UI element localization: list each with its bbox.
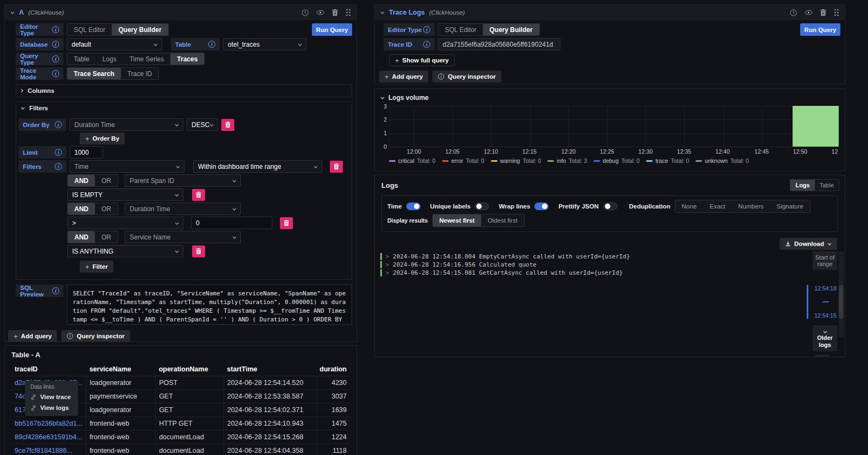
bool-or[interactable]: OR <box>95 175 118 186</box>
col-header-servicename[interactable]: serviceName <box>86 363 156 376</box>
tab-sql-editor[interactable]: SQL Editor <box>438 24 483 35</box>
bool-or[interactable]: OR <box>95 231 118 243</box>
prettify-json-toggle[interactable] <box>603 203 617 210</box>
remove-filter2-button[interactable] <box>280 217 293 229</box>
scroll-to-top-button[interactable]: ↑ <box>815 355 829 357</box>
order-by-field-select[interactable]: Duration Time <box>69 118 183 131</box>
trash-icon[interactable] <box>820 9 826 16</box>
query-inspector-button[interactable]: Query inspector <box>432 71 501 83</box>
filters-section: Filters Order Byi Duration Time DESC +Or… <box>16 102 352 280</box>
table-select[interactable]: otel_traces <box>223 38 307 50</box>
filter3-operator-select[interactable]: IS ANYTHING <box>67 245 183 257</box>
panel-trace-logs-header[interactable]: Trace Logs (ClickHouse) <box>375 5 845 20</box>
log-row[interactable]: >2024-06-28 12:54:18.004 EmptyCartAsync … <box>380 252 630 261</box>
trace-id-input[interactable]: d2a7155ef6a928a05680e5ff6190241d <box>438 38 560 50</box>
order-by-direction-select[interactable]: DESC <box>187 118 218 131</box>
bool-and[interactable]: AND <box>68 203 95 214</box>
filter2-value-input[interactable]: 0 <box>191 217 272 229</box>
older-logs-button[interactable]: Older logs <box>813 325 837 351</box>
logs-volume-header[interactable]: Logs volume <box>375 89 845 103</box>
dedup-signature[interactable]: Signature <box>770 200 809 212</box>
legend-item[interactable]: criticalTotal: 0 <box>389 157 436 164</box>
col-header-operationname[interactable]: operationName <box>156 363 224 376</box>
drag-handle-icon[interactable] <box>346 9 351 16</box>
filter1-operator-select[interactable]: IS EMPTY <box>67 188 183 201</box>
tab-sql-editor[interactable]: SQL Editor <box>67 24 112 35</box>
time-filter-value-select[interactable]: Within dashboard time range <box>193 160 322 173</box>
view-logs-menu-item[interactable]: View logs <box>25 402 78 413</box>
remove-order-by-button[interactable] <box>221 119 234 131</box>
col-header-duration[interactable]: duration <box>316 363 350 376</box>
filter3-bool-switch: ANDOR <box>67 231 118 243</box>
filter3-field-select[interactable]: Service Name <box>125 231 241 243</box>
bool-and[interactable]: AND <box>68 231 95 243</box>
remove-filter1-button[interactable] <box>192 189 205 201</box>
order-oldest-first[interactable]: Oldest first <box>481 214 524 226</box>
tab-query-builder[interactable]: Query Builder <box>483 24 539 35</box>
wrap-lines-toggle[interactable] <box>534 203 548 210</box>
query-type-traces[interactable]: Traces <box>170 53 204 65</box>
filter2-operator-select[interactable]: > <box>67 217 183 229</box>
chevron-down-icon <box>175 222 179 225</box>
history-icon[interactable] <box>302 9 309 16</box>
filter1-field-select[interactable]: Parent Span ID <box>125 174 241 187</box>
log-row[interactable]: >2024-06-28 12:54:16.956 Calculated quot… <box>380 261 630 269</box>
legend-item[interactable]: debugTotal: 0 <box>593 157 640 164</box>
col-header-traceid[interactable]: traceID <box>11 363 86 376</box>
add-filter-button[interactable]: +Filter <box>80 261 113 273</box>
scrollbar-thumb[interactable] <box>839 285 844 319</box>
dedup-exact[interactable]: Exact <box>703 200 732 212</box>
dedup-none[interactable]: None <box>675 200 704 212</box>
run-query-button[interactable]: Run Query <box>800 23 840 36</box>
run-query-button[interactable]: Run Query <box>312 23 352 36</box>
logs-view-logs[interactable]: Logs <box>790 180 814 191</box>
columns-section-toggle[interactable]: Columns <box>16 85 352 97</box>
time-toggle[interactable] <box>406 203 420 210</box>
tab-query-builder[interactable]: Query Builder <box>112 24 168 35</box>
log-row[interactable]: >2024-06-28 12:54:15.081 GetCartAsync ca… <box>380 269 630 277</box>
logs-view-table[interactable]: Table <box>815 180 839 191</box>
legend-item[interactable]: errorTotal: 0 <box>442 157 484 164</box>
filters-section-toggle[interactable]: Filters <box>16 102 352 114</box>
view-trace-menu-item[interactable]: View trace <box>25 391 78 402</box>
add-query-button[interactable]: +Add query <box>8 330 57 342</box>
order-newest-first[interactable]: Newest first <box>433 214 481 226</box>
database-select[interactable]: default <box>67 38 162 50</box>
time-filter-field-select[interactable]: Time <box>69 160 184 173</box>
col-header-starttime[interactable]: startTime <box>224 363 316 376</box>
eye-icon[interactable] <box>316 10 324 15</box>
bool-or[interactable]: OR <box>95 203 118 214</box>
dedup-numbers[interactable]: Numbers <box>732 200 770 212</box>
unique-labels-toggle[interactable] <box>475 203 489 210</box>
query-type-logs[interactable]: Logs <box>96 53 123 65</box>
legend-item[interactable]: traceTotal: 0 <box>646 157 689 164</box>
trace-link[interactable]: 89cf4286e631591b4... <box>15 433 82 441</box>
legend-item[interactable]: infoTotal: 3 <box>547 157 587 164</box>
trace-mode-search[interactable]: Trace Search <box>67 68 121 79</box>
filter2-field-select[interactable]: Duration Time <box>125 203 241 215</box>
trace-link[interactable]: bb5167b236bfa82d1... <box>15 420 82 427</box>
panel-a-header[interactable]: A (ClickHouse) <box>5 5 356 20</box>
info-icon: i <box>52 55 59 62</box>
trace-mode-id[interactable]: Trace ID <box>121 68 159 79</box>
legend-item[interactable]: unknownTotal: 0 <box>695 157 749 164</box>
trash-icon[interactable] <box>332 9 338 16</box>
add-query-button[interactable]: +Add query <box>379 71 428 83</box>
info-logs-bar[interactable] <box>793 106 839 147</box>
bool-and[interactable]: AND <box>68 175 95 186</box>
trace-link[interactable]: 9ce7fcf81841886... <box>15 447 72 454</box>
history-icon[interactable] <box>790 9 797 16</box>
show-full-query-button[interactable]: +Show full query <box>389 54 455 66</box>
query-inspector-button[interactable]: Query inspector <box>61 330 130 342</box>
download-button[interactable]: Download <box>780 238 837 250</box>
remove-filter3-button[interactable] <box>192 245 205 257</box>
limit-input[interactable]: 1000 <box>69 146 103 159</box>
eye-icon[interactable] <box>805 10 813 15</box>
query-type-time-series[interactable]: Time Series <box>123 53 171 65</box>
legend-item[interactable]: warningTotal: 0 <box>491 157 541 164</box>
log-minimap-scrollbar[interactable] <box>839 251 844 337</box>
remove-time-filter-button[interactable] <box>330 161 343 173</box>
drag-handle-icon[interactable] <box>834 9 839 16</box>
add-order-by-button[interactable]: +Order By <box>80 132 125 144</box>
query-type-table[interactable]: Table <box>67 53 96 65</box>
